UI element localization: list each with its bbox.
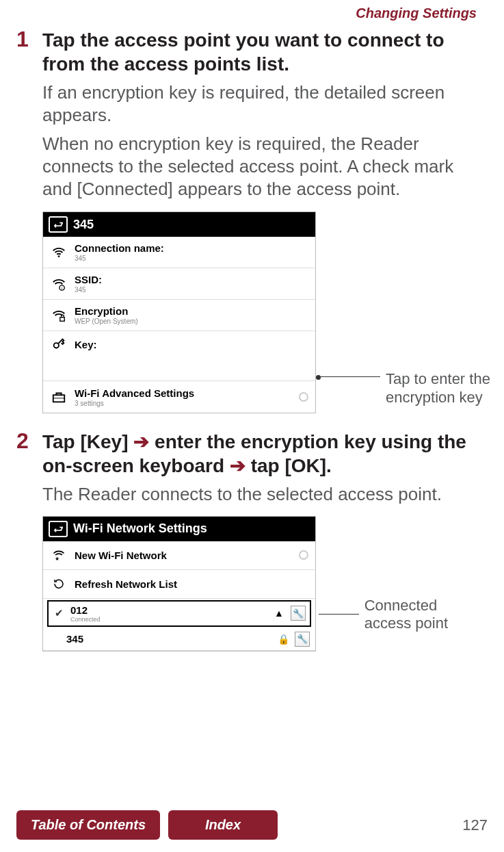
wifi-info-icon: i [50,275,68,293]
callout-connected-ap-text: Connected access point [364,597,482,632]
row-connection-name: Connection name: 345 [43,237,315,268]
signal-lock-icon: 🔒 [277,634,289,645]
section-header: Changing Settings [0,0,504,24]
screenshot-2-titlebar: ⮐ Wi-Fi Network Settings [43,517,315,541]
ap2-name: 345 [66,633,271,645]
row-key: Key: [43,331,315,381]
figure-2: ⮐ Wi-Fi Network Settings ★ New Wi-Fi Net… [42,516,482,651]
signal-icon: ▲ [273,608,285,619]
step-2: 2 Tap [Key] ➔ enter the encryption key u… [42,430,482,651]
step-1-para-2: When no encryption key is required, the … [42,133,482,201]
step-2-para: The Reader connects to the selected acce… [42,483,482,506]
svg-point-0 [58,255,60,257]
advanced-label: Wi-Fi Advanced Settings [75,387,292,399]
step-1-number: 1 [16,27,29,52]
wifi-new-icon: ★ [50,546,68,564]
row-encryption: Encryption WEP (Open System) [43,300,315,331]
step-1-para-1: If an encryption key is required, the de… [42,81,482,127]
screenshot-title: 345 [73,218,94,232]
toolbox-icon [50,388,68,406]
svg-text:★: ★ [55,556,59,562]
arrow-icon: ➔ [230,455,246,476]
callout-encryption-key-text: Tap to enter the encryption key [386,370,504,406]
svg-rect-3 [60,318,64,322]
refresh-icon [50,575,68,593]
step-1-title: Tap the access point you want to connect… [42,28,482,76]
svg-point-4 [54,343,59,348]
row-advanced-settings: Wi-Fi Advanced Settings 3 settings [43,381,315,413]
callout-encryption-key: Tap to enter the encryption key [319,370,504,406]
screenshot-wifi-settings: ⮐ Wi-Fi Network Settings ★ New Wi-Fi Net… [42,516,316,651]
row-ap-other: 345 🔒 🔧 [43,628,315,651]
screenshot-2-title: Wi-Fi Network Settings [73,521,207,536]
ap1-status: Connected [70,616,267,623]
step-1: 1 Tap the access point you want to conne… [42,28,482,413]
advanced-sub: 3 settings [75,400,292,407]
toc-button[interactable]: Table of Contents [16,810,160,840]
settings-wrench-icon: 🔧 [295,632,310,647]
callout-connected-ap: Connected access point [319,597,482,632]
back-icon: ⮐ [49,521,68,537]
connection-name-label: Connection name: [75,242,308,254]
arrow-icon: ➔ [133,431,149,452]
footer: Table of Contents Index 127 [0,810,504,840]
encryption-label: Encryption [75,305,308,317]
figure-1: ⮐ 345 Connection name: 345 i [42,211,482,413]
chevron-circle-icon [299,550,308,560]
screenshot-access-point-detail: ⮐ 345 Connection name: 345 i [42,211,316,413]
page-number: 127 [462,816,488,834]
key-label: Key: [75,339,308,350]
chevron-circle-icon [299,392,308,402]
ssid-label: SSID: [75,274,308,285]
svg-text:i: i [62,286,62,290]
step-2-title: Tap [Key] ➔ enter the encryption key usi… [42,430,482,478]
back-icon: ⮐ [49,216,68,233]
index-button[interactable]: Index [168,810,278,840]
row-ap-connected: ✔ 012 Connected ▲ 🔧 [47,600,311,627]
wifi-lock-icon [50,307,68,324]
new-wifi-label: New Wi-Fi Network [75,550,292,561]
row-ssid: i SSID: 345 [43,268,315,300]
screenshot-titlebar: ⮐ 345 [43,212,315,237]
connection-name-value: 345 [75,255,308,262]
settings-wrench-icon: 🔧 [291,606,306,621]
ap1-name: 012 [70,604,267,616]
step-2-number: 2 [16,428,29,454]
check-icon: ✔ [53,607,65,619]
ssid-value: 345 [75,286,308,294]
encryption-value: WEP (Open System) [75,318,308,325]
wifi-icon [50,244,68,261]
row-refresh: Refresh Network List [43,570,315,599]
key-icon [50,335,68,353]
refresh-label: Refresh Network List [75,578,308,590]
step-2-title-part-1: Tap [Key] [42,431,133,452]
row-new-wifi: ★ New Wi-Fi Network [43,541,315,570]
step-2-title-part-3: tap [OK]. [246,455,332,476]
